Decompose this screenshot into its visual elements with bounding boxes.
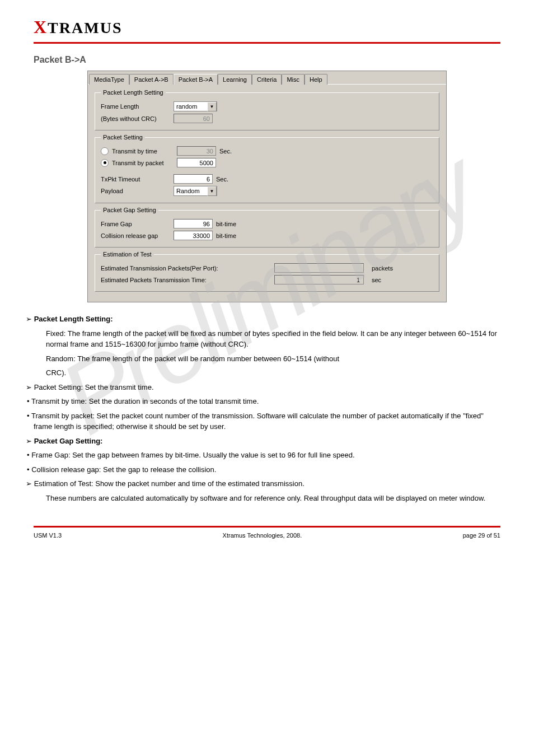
legend-packet-setting: Packet Setting xyxy=(101,134,145,141)
text-transmit-by-packet: Transmit by packet: Set the packet count… xyxy=(34,410,500,432)
tab-mediatype[interactable]: MediaType xyxy=(89,74,129,85)
label-frame-length: Frame Length xyxy=(101,103,174,110)
output-est-time: 1 xyxy=(274,275,364,284)
tab-criteria[interactable]: Criteria xyxy=(252,74,282,85)
heading-estimation: Estimation of Test: Show the packet numb… xyxy=(34,478,500,489)
unit-sec-3: sec xyxy=(372,277,381,283)
unit-bittime-1: bit-time xyxy=(216,221,236,227)
select-frame-length[interactable]: random ▼ xyxy=(174,101,217,111)
tab-bar: MediaType Packet A->B Packet B->A Learni… xyxy=(88,71,446,85)
text-estimation-body: These numbers are calculated automatical… xyxy=(46,493,500,504)
dropdown-arrow-icon: ▼ xyxy=(207,186,217,196)
input-transmit-by-packet[interactable] xyxy=(177,158,216,167)
input-collision-release-gap[interactable] xyxy=(174,231,213,240)
unit-packets: packets xyxy=(372,265,393,272)
tab-packet-b-a[interactable]: Packet B->A xyxy=(174,74,218,85)
legend-estimation: Estimation of Test xyxy=(101,251,154,258)
dropdown-arrow-icon: ▼ xyxy=(207,102,217,111)
legend-packet-length: Packet Length Setting xyxy=(101,89,166,96)
fieldset-packet-setting: Packet Setting Transmit by time Sec. Tra… xyxy=(95,134,439,203)
heading-packet-setting: Packet Setting: Set the transmit time. xyxy=(34,382,500,393)
label-payload: Payload xyxy=(101,188,174,194)
heading-packet-gap-setting: Packet Gap Setting: xyxy=(34,436,500,447)
label-transmit-by-time: Transmit by time xyxy=(112,148,177,155)
label-txpkt-timeout: TxPkt Timeout xyxy=(101,176,174,183)
unit-sec-1: Sec. xyxy=(219,148,232,155)
page-footer: USM V1.3 Xtramus Technologies, 2008. pag… xyxy=(34,532,500,539)
heading-packet-length-setting: Packet Length Setting: xyxy=(34,314,500,325)
section-heading: Packet B->A xyxy=(34,55,500,65)
radio-transmit-by-time[interactable] xyxy=(101,147,109,155)
label-est-packets: Estimated Transmission Packets(Per Port)… xyxy=(101,265,274,272)
bottom-rule xyxy=(34,526,500,528)
text-random-2: CRC). xyxy=(46,367,500,379)
input-bytes xyxy=(174,114,213,123)
label-frame-gap: Frame Gap xyxy=(101,221,174,227)
fieldset-packet-gap: Packet Gap Setting Frame Gap bit-time Co… xyxy=(95,207,439,248)
text-collision-release-gap: Collision release gap: Set the gap to re… xyxy=(34,464,500,475)
fieldset-packet-length: Packet Length Setting Frame Length rando… xyxy=(95,89,439,130)
label-transmit-by-packet: Transmit by packet xyxy=(112,160,177,166)
description-text: Packet Length Setting: Fixed: The frame … xyxy=(34,314,500,503)
input-txpkt-timeout[interactable] xyxy=(174,174,213,184)
radio-transmit-by-packet[interactable] xyxy=(101,159,109,167)
tab-misc[interactable]: Misc xyxy=(282,74,305,85)
unit-sec-2: Sec. xyxy=(216,176,228,183)
settings-dialog: MediaType Packet A->B Packet B->A Learni… xyxy=(87,71,447,302)
label-est-time: Estimated Packets Transmission Time: xyxy=(101,277,274,283)
tab-help[interactable]: Help xyxy=(305,74,327,85)
brand-logo: XTRAMUS xyxy=(34,17,500,38)
tab-packet-a-b[interactable]: Packet A->B xyxy=(129,74,174,85)
text-frame-gap: Frame Gap: Set the gap between frames by… xyxy=(34,450,500,461)
text-transmit-by-time: Transmit by time: Set the duration in se… xyxy=(34,396,500,407)
label-collision-release-gap: Collision release gap xyxy=(101,232,174,239)
text-random-1: Random: The frame length of the packet w… xyxy=(46,353,500,365)
output-est-packets xyxy=(274,263,364,273)
legend-packet-gap: Packet Gap Setting xyxy=(101,207,158,213)
fieldset-estimation: Estimation of Test Estimated Transmissio… xyxy=(95,251,439,292)
top-rule xyxy=(34,42,500,44)
footer-right: page 29 of 51 xyxy=(463,532,500,539)
input-frame-gap[interactable] xyxy=(174,219,213,228)
footer-center: Xtramus Technologies, 2008. xyxy=(223,532,302,539)
select-payload[interactable]: Random ▼ xyxy=(174,186,217,196)
footer-left: USM V1.3 xyxy=(34,532,62,539)
tab-learning[interactable]: Learning xyxy=(218,74,252,85)
input-transmit-by-time xyxy=(177,146,216,156)
text-fixed: Fixed: The frame length of the packet wi… xyxy=(46,328,500,350)
label-bytes-without-crc: (Bytes without CRC) xyxy=(101,115,174,122)
unit-bittime-2: bit-time xyxy=(216,232,236,239)
